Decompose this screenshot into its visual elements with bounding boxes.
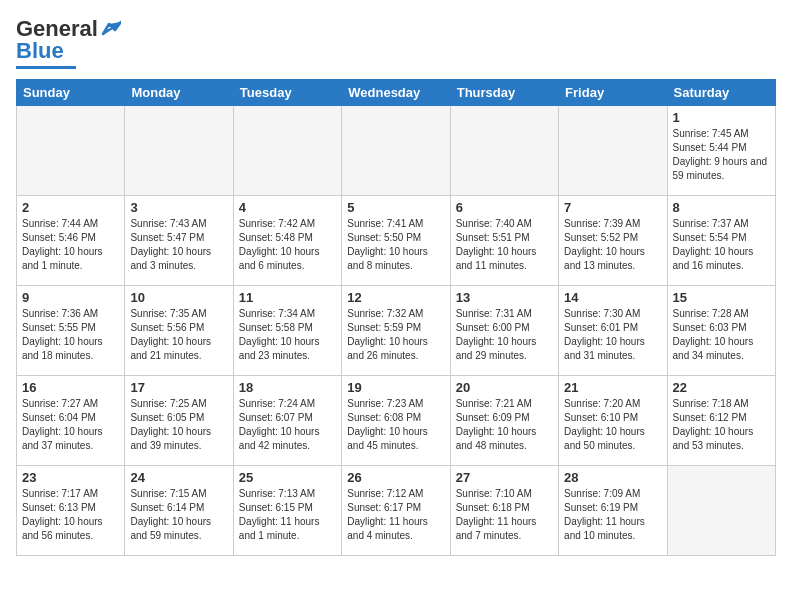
day-number: 4 <box>239 200 336 215</box>
weekday-header-saturday: Saturday <box>667 80 775 106</box>
week-row-2: 2Sunrise: 7:44 AM Sunset: 5:46 PM Daylig… <box>17 196 776 286</box>
calendar-cell: 28Sunrise: 7:09 AM Sunset: 6:19 PM Dayli… <box>559 466 667 556</box>
logo: General Blue <box>16 16 122 69</box>
weekday-header-sunday: Sunday <box>17 80 125 106</box>
day-number: 13 <box>456 290 553 305</box>
day-info: Sunrise: 7:36 AM Sunset: 5:55 PM Dayligh… <box>22 307 119 363</box>
day-number: 26 <box>347 470 444 485</box>
calendar-cell: 10Sunrise: 7:35 AM Sunset: 5:56 PM Dayli… <box>125 286 233 376</box>
day-number: 9 <box>22 290 119 305</box>
calendar-cell: 2Sunrise: 7:44 AM Sunset: 5:46 PM Daylig… <box>17 196 125 286</box>
weekday-header-row: SundayMondayTuesdayWednesdayThursdayFrid… <box>17 80 776 106</box>
calendar-cell: 12Sunrise: 7:32 AM Sunset: 5:59 PM Dayli… <box>342 286 450 376</box>
day-info: Sunrise: 7:12 AM Sunset: 6:17 PM Dayligh… <box>347 487 444 543</box>
day-number: 6 <box>456 200 553 215</box>
day-number: 24 <box>130 470 227 485</box>
calendar-cell: 18Sunrise: 7:24 AM Sunset: 6:07 PM Dayli… <box>233 376 341 466</box>
calendar-cell: 6Sunrise: 7:40 AM Sunset: 5:51 PM Daylig… <box>450 196 558 286</box>
day-info: Sunrise: 7:32 AM Sunset: 5:59 PM Dayligh… <box>347 307 444 363</box>
day-info: Sunrise: 7:13 AM Sunset: 6:15 PM Dayligh… <box>239 487 336 543</box>
day-number: 28 <box>564 470 661 485</box>
calendar-cell: 24Sunrise: 7:15 AM Sunset: 6:14 PM Dayli… <box>125 466 233 556</box>
day-info: Sunrise: 7:23 AM Sunset: 6:08 PM Dayligh… <box>347 397 444 453</box>
week-row-5: 23Sunrise: 7:17 AM Sunset: 6:13 PM Dayli… <box>17 466 776 556</box>
calendar-cell: 21Sunrise: 7:20 AM Sunset: 6:10 PM Dayli… <box>559 376 667 466</box>
day-number: 12 <box>347 290 444 305</box>
day-number: 1 <box>673 110 770 125</box>
logo-blue: Blue <box>16 38 64 64</box>
day-number: 18 <box>239 380 336 395</box>
weekday-header-tuesday: Tuesday <box>233 80 341 106</box>
day-info: Sunrise: 7:15 AM Sunset: 6:14 PM Dayligh… <box>130 487 227 543</box>
calendar-cell: 1Sunrise: 7:45 AM Sunset: 5:44 PM Daylig… <box>667 106 775 196</box>
calendar-cell: 23Sunrise: 7:17 AM Sunset: 6:13 PM Dayli… <box>17 466 125 556</box>
day-number: 2 <box>22 200 119 215</box>
day-info: Sunrise: 7:17 AM Sunset: 6:13 PM Dayligh… <box>22 487 119 543</box>
calendar-cell: 14Sunrise: 7:30 AM Sunset: 6:01 PM Dayli… <box>559 286 667 376</box>
day-info: Sunrise: 7:43 AM Sunset: 5:47 PM Dayligh… <box>130 217 227 273</box>
calendar-cell: 27Sunrise: 7:10 AM Sunset: 6:18 PM Dayli… <box>450 466 558 556</box>
day-info: Sunrise: 7:42 AM Sunset: 5:48 PM Dayligh… <box>239 217 336 273</box>
day-info: Sunrise: 7:45 AM Sunset: 5:44 PM Dayligh… <box>673 127 770 183</box>
day-info: Sunrise: 7:30 AM Sunset: 6:01 PM Dayligh… <box>564 307 661 363</box>
day-number: 25 <box>239 470 336 485</box>
calendar-cell <box>17 106 125 196</box>
calendar-cell <box>342 106 450 196</box>
day-number: 17 <box>130 380 227 395</box>
day-info: Sunrise: 7:40 AM Sunset: 5:51 PM Dayligh… <box>456 217 553 273</box>
calendar-cell: 4Sunrise: 7:42 AM Sunset: 5:48 PM Daylig… <box>233 196 341 286</box>
calendar-cell: 5Sunrise: 7:41 AM Sunset: 5:50 PM Daylig… <box>342 196 450 286</box>
day-info: Sunrise: 7:25 AM Sunset: 6:05 PM Dayligh… <box>130 397 227 453</box>
day-info: Sunrise: 7:44 AM Sunset: 5:46 PM Dayligh… <box>22 217 119 273</box>
calendar-cell <box>450 106 558 196</box>
week-row-1: 1Sunrise: 7:45 AM Sunset: 5:44 PM Daylig… <box>17 106 776 196</box>
day-info: Sunrise: 7:41 AM Sunset: 5:50 PM Dayligh… <box>347 217 444 273</box>
day-info: Sunrise: 7:39 AM Sunset: 5:52 PM Dayligh… <box>564 217 661 273</box>
day-number: 21 <box>564 380 661 395</box>
day-number: 20 <box>456 380 553 395</box>
logo-underline <box>16 66 76 69</box>
weekday-header-thursday: Thursday <box>450 80 558 106</box>
day-info: Sunrise: 7:34 AM Sunset: 5:58 PM Dayligh… <box>239 307 336 363</box>
day-number: 7 <box>564 200 661 215</box>
day-number: 11 <box>239 290 336 305</box>
calendar-cell: 22Sunrise: 7:18 AM Sunset: 6:12 PM Dayli… <box>667 376 775 466</box>
day-number: 3 <box>130 200 227 215</box>
day-info: Sunrise: 7:09 AM Sunset: 6:19 PM Dayligh… <box>564 487 661 543</box>
day-number: 23 <box>22 470 119 485</box>
day-number: 8 <box>673 200 770 215</box>
calendar-cell <box>667 466 775 556</box>
day-info: Sunrise: 7:35 AM Sunset: 5:56 PM Dayligh… <box>130 307 227 363</box>
day-number: 15 <box>673 290 770 305</box>
weekday-header-wednesday: Wednesday <box>342 80 450 106</box>
calendar-cell <box>233 106 341 196</box>
week-row-3: 9Sunrise: 7:36 AM Sunset: 5:55 PM Daylig… <box>17 286 776 376</box>
page-header: General Blue <box>16 16 776 69</box>
calendar-cell: 25Sunrise: 7:13 AM Sunset: 6:15 PM Dayli… <box>233 466 341 556</box>
logo-bird-icon <box>99 20 121 38</box>
day-info: Sunrise: 7:24 AM Sunset: 6:07 PM Dayligh… <box>239 397 336 453</box>
day-info: Sunrise: 7:31 AM Sunset: 6:00 PM Dayligh… <box>456 307 553 363</box>
day-number: 19 <box>347 380 444 395</box>
day-number: 22 <box>673 380 770 395</box>
day-number: 14 <box>564 290 661 305</box>
weekday-header-monday: Monday <box>125 80 233 106</box>
day-info: Sunrise: 7:28 AM Sunset: 6:03 PM Dayligh… <box>673 307 770 363</box>
calendar-cell: 8Sunrise: 7:37 AM Sunset: 5:54 PM Daylig… <box>667 196 775 286</box>
day-number: 10 <box>130 290 227 305</box>
day-info: Sunrise: 7:18 AM Sunset: 6:12 PM Dayligh… <box>673 397 770 453</box>
week-row-4: 16Sunrise: 7:27 AM Sunset: 6:04 PM Dayli… <box>17 376 776 466</box>
calendar-cell: 15Sunrise: 7:28 AM Sunset: 6:03 PM Dayli… <box>667 286 775 376</box>
calendar-cell: 11Sunrise: 7:34 AM Sunset: 5:58 PM Dayli… <box>233 286 341 376</box>
calendar-cell <box>125 106 233 196</box>
day-info: Sunrise: 7:21 AM Sunset: 6:09 PM Dayligh… <box>456 397 553 453</box>
day-info: Sunrise: 7:27 AM Sunset: 6:04 PM Dayligh… <box>22 397 119 453</box>
calendar-cell: 17Sunrise: 7:25 AM Sunset: 6:05 PM Dayli… <box>125 376 233 466</box>
calendar-cell <box>559 106 667 196</box>
calendar-table: SundayMondayTuesdayWednesdayThursdayFrid… <box>16 79 776 556</box>
day-info: Sunrise: 7:20 AM Sunset: 6:10 PM Dayligh… <box>564 397 661 453</box>
calendar-cell: 3Sunrise: 7:43 AM Sunset: 5:47 PM Daylig… <box>125 196 233 286</box>
day-number: 27 <box>456 470 553 485</box>
day-info: Sunrise: 7:37 AM Sunset: 5:54 PM Dayligh… <box>673 217 770 273</box>
calendar-cell: 9Sunrise: 7:36 AM Sunset: 5:55 PM Daylig… <box>17 286 125 376</box>
